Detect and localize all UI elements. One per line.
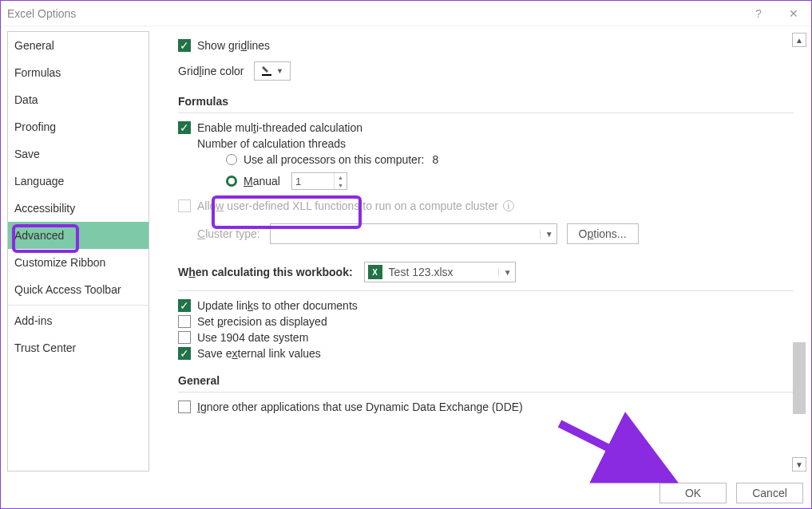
set-precision-label: Set precision as displayed bbox=[197, 315, 327, 328]
ignore-dde-label: Ignore other applications that use Dynam… bbox=[197, 400, 523, 413]
sidebar: General Formulas Data Proofing Save Lang… bbox=[7, 31, 149, 472]
save-external-checkbox[interactable]: ✓ bbox=[178, 347, 191, 360]
sidebar-item-save[interactable]: Save bbox=[8, 140, 149, 168]
dialog-footer: OK Cancel bbox=[660, 483, 803, 503]
sidebar-item-advanced[interactable]: Advanced bbox=[8, 222, 149, 249]
scroll-down-icon[interactable]: ▼ bbox=[792, 457, 806, 472]
use-all-processors-radio[interactable] bbox=[226, 154, 237, 165]
save-external-label: Save external link values bbox=[197, 347, 321, 360]
chevron-down-icon: ▼ bbox=[540, 230, 553, 239]
use-all-processors-label: Use all processors on this computer: bbox=[244, 153, 424, 166]
sidebar-item-general[interactable]: General bbox=[8, 32, 149, 59]
titlebar: Excel Options ? ✕ bbox=[1, 1, 811, 26]
use-1904-checkbox[interactable] bbox=[178, 331, 191, 344]
sidebar-item-accessibility[interactable]: Accessibility bbox=[8, 195, 149, 222]
close-icon[interactable]: ✕ bbox=[776, 1, 811, 26]
manual-radio[interactable] bbox=[226, 176, 237, 187]
content-pane: ✓ Show gridlines Gridline color ▼ Formul… bbox=[154, 26, 811, 476]
update-links-label: Update links to other documents bbox=[197, 299, 358, 312]
workbook-name: Test 123.xlsx bbox=[389, 266, 454, 278]
sidebar-item-data[interactable]: Data bbox=[8, 86, 149, 113]
manual-label: Manual bbox=[244, 175, 280, 187]
cluster-options-button: Options... bbox=[567, 223, 639, 244]
formulas-heading: Formulas bbox=[178, 95, 794, 108]
spinner-up-icon[interactable]: ▲ bbox=[335, 173, 347, 181]
processor-count: 8 bbox=[432, 153, 438, 166]
num-threads-label: Number of calculation threads bbox=[197, 137, 346, 150]
info-icon[interactable]: i bbox=[503, 200, 514, 211]
cluster-type-label: Cluster type: bbox=[197, 227, 260, 240]
spinner-down-icon[interactable]: ▼ bbox=[335, 181, 347, 189]
general-heading: General bbox=[178, 374, 794, 387]
sidebar-item-addins[interactable]: Add-ins bbox=[8, 307, 149, 334]
help-icon[interactable]: ? bbox=[741, 1, 776, 26]
gridline-color-label: Gridline color bbox=[178, 65, 244, 77]
sidebar-item-trust-center[interactable]: Trust Center bbox=[8, 334, 149, 361]
sidebar-item-proofing[interactable]: Proofing bbox=[8, 113, 149, 140]
scroll-up-icon[interactable]: ▲ bbox=[792, 33, 806, 47]
svg-rect-0 bbox=[262, 74, 271, 76]
allow-xll-checkbox bbox=[178, 199, 191, 212]
sidebar-item-quick-access-toolbar[interactable]: Quick Access Toolbar bbox=[8, 276, 149, 303]
excel-file-icon: X bbox=[368, 265, 382, 279]
excel-options-dialog: Excel Options ? ✕ General Formulas Data … bbox=[0, 0, 812, 509]
vertical-scrollbar[interactable]: ▲ ▼ bbox=[792, 33, 806, 472]
chevron-down-icon[interactable]: ▼ bbox=[498, 268, 512, 277]
window-title: Excel Options bbox=[7, 7, 76, 20]
ignore-dde-checkbox[interactable] bbox=[178, 400, 191, 413]
set-precision-checkbox[interactable] bbox=[178, 315, 191, 328]
sidebar-item-customize-ribbon[interactable]: Customize Ribbon bbox=[8, 249, 149, 276]
enable-multithread-label: Enable multi-threaded calculation bbox=[197, 121, 362, 134]
enable-multithread-checkbox[interactable]: ✓ bbox=[178, 121, 191, 134]
cluster-type-combo: ▼ bbox=[270, 223, 557, 244]
scroll-thumb[interactable] bbox=[793, 342, 806, 414]
manual-threads-input[interactable] bbox=[292, 173, 334, 189]
show-gridlines-label: Show gridlines bbox=[197, 39, 270, 52]
show-gridlines-checkbox[interactable]: ✓ bbox=[178, 39, 191, 52]
workbook-combo[interactable]: X Test 123.xlsx ▼ bbox=[364, 262, 516, 282]
sidebar-item-language[interactable]: Language bbox=[8, 168, 149, 195]
ok-button[interactable]: OK bbox=[660, 483, 727, 503]
manual-threads-spinner[interactable]: ▲▼ bbox=[291, 172, 347, 190]
update-links-checkbox[interactable]: ✓ bbox=[178, 299, 191, 312]
cancel-button[interactable]: Cancel bbox=[736, 483, 803, 503]
use-1904-label: Use 1904 date system bbox=[197, 331, 308, 344]
gridline-color-button[interactable]: ▼ bbox=[254, 61, 291, 81]
workbook-calc-heading: When calculating this workbook: bbox=[178, 266, 353, 278]
sidebar-item-formulas[interactable]: Formulas bbox=[8, 59, 149, 86]
allow-xll-label: Allow user-defined XLL functions to run … bbox=[197, 199, 498, 212]
